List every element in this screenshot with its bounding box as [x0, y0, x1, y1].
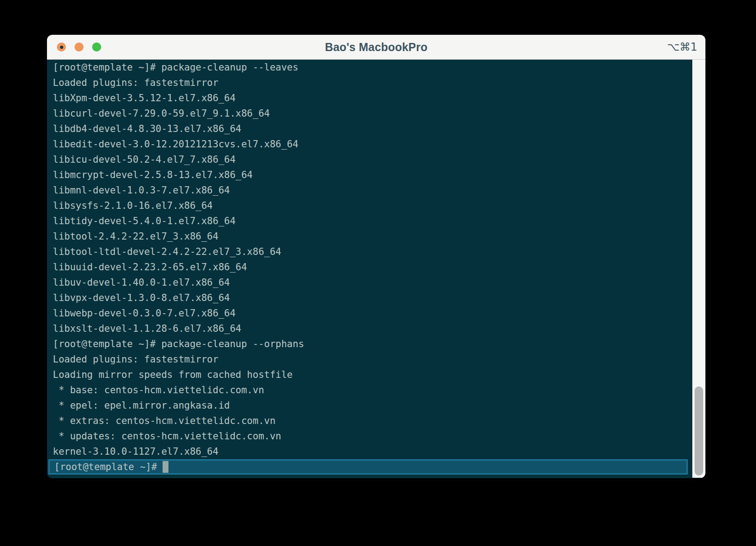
terminal-line: libxslt-devel-1.1.28-6.el7.x86_64 — [53, 321, 705, 336]
terminal-line: Loaded plugins: fastestmirror — [53, 75, 705, 90]
traffic-lights — [57, 35, 101, 59]
terminal-line: [root@template ~]# package-cleanup --lea… — [53, 60, 705, 75]
zoom-button[interactable] — [92, 42, 101, 52]
terminal-window: Bao's MacbookPro ⌥⌘1 [root@template ~]# … — [47, 35, 705, 478]
terminal-line: * extras: centos-hcm.viettelidc.com.vn — [53, 413, 705, 428]
close-button[interactable] — [57, 42, 66, 52]
terminal-line: libtool-2.4.2-22.el7_3.x86_64 — [53, 229, 705, 244]
window-title: Bao's MacbookPro — [325, 41, 427, 54]
scrollbar-track[interactable] — [692, 60, 705, 478]
terminal-line: libXpm-devel-3.5.12-1.el7.x86_64 — [53, 90, 705, 106]
terminal-line: [root@template ~]# package-cleanup --orp… — [53, 336, 705, 352]
titlebar[interactable]: Bao's MacbookPro ⌥⌘1 — [47, 35, 705, 60]
terminal-line: libwebp-devel-0.3.0-7.el7.x86_64 — [53, 306, 705, 321]
terminal-line: kernel-3.10.0-1127.el7.x86_64 — [53, 444, 705, 459]
desktop: { "window": { "title": "Bao's MacbookPro… — [0, 0, 756, 546]
terminal-line: libmcrypt-devel-2.5.8-13.el7.x86_64 — [53, 167, 705, 183]
terminal-line: libdb4-devel-4.8.30-13.el7.x86_64 — [53, 121, 705, 136]
terminal-line: Loaded plugins: fastestmirror — [53, 352, 705, 367]
terminal-line: libvpx-devel-1.3.0-8.el7.x86_64 — [53, 290, 705, 306]
terminal-line: libuv-devel-1.40.0-1.el7.x86_64 — [53, 275, 705, 290]
close-button-dot-icon — [60, 46, 63, 49]
prompt-line: [root@template ~]# — [48, 459, 688, 475]
terminal-line: * epel: epel.mirror.angkasa.id — [53, 398, 705, 413]
terminal-output: [root@template ~]# package-cleanup --lea… — [47, 60, 705, 459]
terminal-line: libtidy-devel-5.4.0-1.el7.x86_64 — [53, 213, 705, 229]
terminal-line: Loading mirror speeds from cached hostfi… — [53, 367, 705, 382]
minimize-button[interactable] — [75, 42, 84, 52]
terminal-line: libicu-devel-50.2-4.el7_7.x86_64 — [53, 152, 705, 167]
terminal-line: * updates: centos-hcm.viettelidc.com.vn — [53, 428, 705, 444]
terminal-line: libedit-devel-3.0-12.20121213cvs.el7.x86… — [53, 136, 705, 152]
scrollbar-thumb[interactable] — [695, 386, 703, 475]
terminal-line: libuuid-devel-2.23.2-65.el7.x86_64 — [53, 259, 705, 275]
terminal-line: * base: centos-hcm.viettelidc.com.vn — [53, 382, 705, 398]
prompt-text: [root@template ~]# — [54, 459, 163, 475]
terminal-line: libtool-ltdl-devel-2.4.2-22.el7_3.x86_64 — [53, 244, 705, 259]
terminal-line: libmnl-devel-1.0.3-7.el7.x86_64 — [53, 183, 705, 198]
text-cursor — [163, 461, 168, 473]
terminal-line: libcurl-devel-7.29.0-59.el7_9.1.x86_64 — [53, 106, 705, 121]
window-shortcut-label: ⌥⌘1 — [667, 35, 697, 59]
terminal-line: libsysfs-2.1.0-16.el7.x86_64 — [53, 198, 705, 213]
terminal-content[interactable]: [root@template ~]# package-cleanup --lea… — [47, 60, 705, 478]
